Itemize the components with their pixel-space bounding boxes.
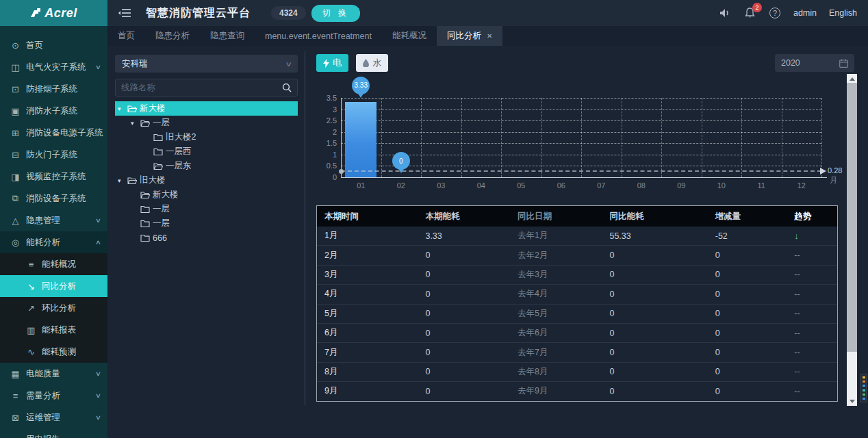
sidebar-item-yoy-analysis[interactable]: ↘同比分析 (0, 275, 107, 297)
sidebar-item-label: 需量分析 (26, 390, 60, 402)
sidebar-item-hazard[interactable]: △隐患管理∨ (0, 209, 107, 231)
tab-隐患分析[interactable]: 隐患分析 (145, 26, 200, 46)
sidebar-item-energy[interactable]: ◎能耗分析∧ (0, 231, 107, 253)
notification-count-badge: 2 (752, 3, 762, 12)
table-row[interactable]: 6月0去年6月00-- (317, 324, 837, 343)
sidebar-item-energy-forecast[interactable]: ∿能耗预测 (0, 341, 107, 363)
sidebar-item-electric-fire[interactable]: ◫电气火灾子系统∨ (0, 56, 107, 78)
table-cell: 0 (602, 270, 707, 279)
language-switch[interactable]: English (829, 8, 857, 18)
folder-icon (153, 133, 166, 142)
sidebar-item-power-quality[interactable]: ▦电能质量∨ (0, 363, 107, 385)
sidebar-item-overview[interactable]: ≡能耗概况 (0, 253, 107, 275)
table-cell: 0 (602, 289, 707, 299)
bar-month-01[interactable] (345, 102, 376, 177)
sidebar-item-fire-door[interactable]: ⊟防火门子系统 (0, 144, 107, 166)
table-row[interactable]: 8月0去年8月00-- (317, 363, 837, 382)
caret-down-icon[interactable]: ▾ (131, 120, 140, 127)
table-header-cell: 同比能耗 (602, 211, 707, 222)
y-axis-tick: 1.5 (316, 139, 337, 147)
y-axis-tick: 2.5 (316, 116, 337, 125)
tab-同比分析[interactable]: 同比分析 (437, 26, 502, 46)
power-supply-icon: ⊞ (10, 128, 21, 138)
sidebar-item-home[interactable]: ⊙首页 (0, 34, 107, 56)
table-row[interactable]: 5月0去年5月00-- (317, 305, 837, 324)
tree-node-一层东[interactable]: 一层东 (115, 159, 298, 173)
app-header: Acrel 智慧消防管理云平台 4324 切 换 2 admin English (0, 0, 868, 26)
year-picker[interactable]: 2020 (775, 54, 854, 72)
table-cell: 去年8月 (510, 366, 602, 378)
content-scrollbar[interactable] (847, 74, 857, 406)
table-cell: 0 (418, 270, 510, 279)
caret-down-icon[interactable]: ▾ (118, 105, 127, 112)
collapse-menu-icon[interactable] (118, 8, 131, 18)
sidebar-item-power-report[interactable]: ▭用电报告 (0, 428, 107, 438)
folder-open-icon (127, 177, 140, 185)
volume-icon[interactable] (719, 7, 732, 19)
scrollbar-thumb[interactable] (847, 83, 857, 352)
caret-down-icon[interactable]: ▾ (118, 177, 127, 184)
sidebar-item-fire-device[interactable]: ⧉消防设备子系统 (0, 188, 107, 209)
tab-menu.event.eventTreatment[interactable]: menu.event.eventTreatment (255, 26, 382, 46)
tree-node-一层[interactable]: ▾一层 (115, 116, 298, 130)
gridline (541, 98, 542, 177)
sidebar-item-power-supply[interactable]: ⊞消防设备电源子系统 (0, 122, 107, 144)
table-row[interactable]: 4月0去年4月00-- (317, 285, 837, 304)
app-root: Acrel 智慧消防管理云平台 4324 切 换 2 admin English… (0, 0, 868, 438)
brand-logo-text: Acrel (44, 6, 77, 21)
tab-能耗概况[interactable]: 能耗概况 (382, 26, 437, 46)
tab-首页[interactable]: 首页 (107, 26, 145, 46)
table-row[interactable]: 1月3.33去年1月55.33-52↓ (317, 227, 837, 246)
tree-node-新大楼[interactable]: ▾新大楼 (115, 101, 298, 116)
table-row[interactable]: 3月0去年3月00-- (317, 266, 837, 285)
sidebar-item-energy-report[interactable]: ▥能耗报表 (0, 319, 107, 341)
sidebar-item-fire-water[interactable]: ▣消防水子系统 (0, 100, 107, 122)
table-header-cell: 本期时间 (317, 211, 418, 222)
table-row[interactable]: 7月0去年7月00-- (317, 343, 837, 362)
scroll-up-icon[interactable] (847, 74, 857, 83)
tree-node-666[interactable]: 666 (115, 231, 298, 245)
table-row[interactable]: 2月0去年2月00-- (317, 246, 837, 265)
tree-node-一层[interactable]: 一层 (115, 202, 298, 216)
table-cell: 去年2月 (510, 250, 602, 261)
search-icon[interactable] (282, 83, 292, 92)
folder-open-icon (127, 105, 140, 113)
trend-none: -- (794, 289, 800, 299)
table-cell: 去年5月 (510, 308, 602, 320)
table-cell: 0 (418, 387, 510, 396)
tree-node-label: 一层 (153, 117, 170, 129)
table-cell: 去年6月 (510, 327, 602, 339)
data-label-pin: 3.33 (352, 77, 370, 101)
table-row[interactable]: 9月0去年9月00-- (317, 382, 837, 401)
user-menu[interactable]: admin (793, 8, 817, 18)
sidebar-item-mom-analysis[interactable]: ↗环比分析 (0, 297, 107, 319)
sidebar-item-label: 防火门子系统 (26, 149, 77, 161)
switch-button[interactable]: 切 换 (311, 5, 360, 22)
table-cell: -- (787, 289, 837, 299)
sidebar-item-smoke-control[interactable]: ⊡防排烟子系统 (0, 78, 107, 100)
sidebar-item-label: 能耗分析 (26, 237, 60, 248)
scroll-down-icon[interactable] (847, 397, 857, 406)
table-cell: 去年9月 (510, 385, 602, 397)
sidebar-item-demand-analysis[interactable]: ≡需量分析∨ (0, 385, 107, 407)
line-search-input[interactable] (121, 83, 282, 92)
help-icon[interactable] (769, 7, 781, 19)
organization-select[interactable]: 安科瑞 ∨ (115, 55, 298, 73)
trend-none: -- (794, 250, 800, 260)
sidebar-item-video-monitor[interactable]: ◨视频监控子系统 (0, 166, 107, 188)
x-axis (341, 177, 827, 178)
electric-tab-button[interactable]: 电 (316, 54, 348, 72)
notification-bell-icon[interactable]: 2 (744, 7, 756, 19)
gridline (702, 98, 702, 177)
tree-node-旧大楼2[interactable]: 旧大楼2 (115, 130, 298, 144)
tree-node-旧大楼[interactable]: ▾旧大楼 (115, 173, 298, 188)
tree-node-一层西[interactable]: 一层西 (115, 144, 298, 159)
table-cell: 3月 (317, 269, 418, 281)
tree-node-一层[interactable]: 一层 (115, 216, 298, 231)
tree-node-新大楼[interactable]: 新大楼 (115, 188, 298, 202)
tab-隐患查询[interactable]: 隐患查询 (200, 26, 255, 46)
sidebar-item-ops-management[interactable]: ⊠运维管理∨ (0, 407, 107, 428)
water-tab-button[interactable]: 水 (356, 54, 388, 72)
close-tab-icon[interactable] (487, 32, 492, 40)
chevron-down-icon: ∨ (285, 60, 292, 68)
